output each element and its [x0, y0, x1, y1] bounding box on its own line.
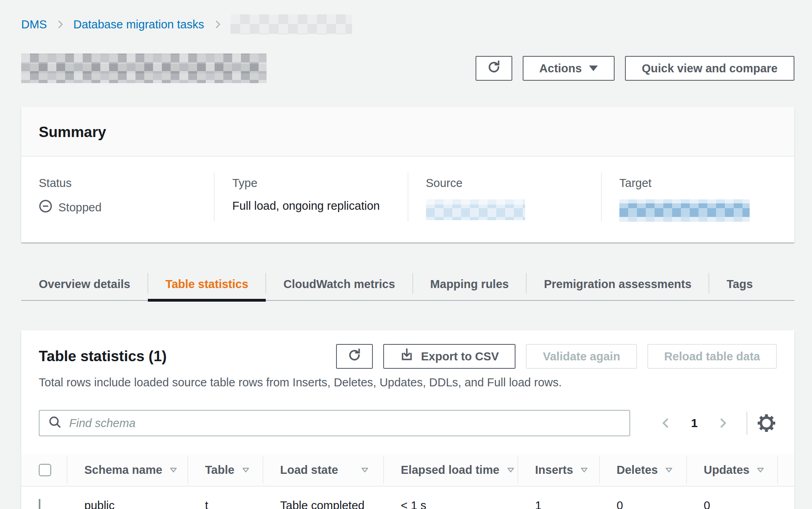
pagination-divider [746, 412, 747, 435]
cell-elapsed-load-time: < 1 s [383, 499, 517, 509]
column-label: Updates [704, 463, 749, 477]
next-page-button[interactable] [711, 417, 734, 429]
table-statistics-grid: Schema name Table Load state [21, 454, 794, 509]
target-value-redacted[interactable] [619, 199, 750, 222]
reload-table-data-button[interactable]: Reload table data [647, 344, 777, 369]
tab-premigration-assessments[interactable]: Premigration assessments [526, 268, 709, 300]
source-value-redacted[interactable] [426, 199, 525, 220]
summary-title: Summary [39, 124, 777, 141]
tab-cloudwatch-metrics[interactable]: CloudWatch metrics [266, 268, 412, 300]
column-label: Load state [280, 463, 338, 477]
sort-icon[interactable] [506, 465, 515, 475]
sort-icon[interactable] [241, 465, 251, 475]
dms-task-page: DMS Database migration tasks [0, 0, 812, 509]
column-header-table[interactable]: Table [187, 454, 263, 486]
tab-tags[interactable]: Tags [709, 268, 770, 300]
table-statistics-title: Table statistics (1) [39, 348, 167, 365]
download-icon [400, 348, 414, 365]
schema-search-box [39, 410, 630, 436]
cell-ddls-clipped: 0 [777, 499, 794, 509]
refresh-icon [487, 60, 501, 77]
column-header-ddls-clipped[interactable]: D [777, 454, 794, 486]
tab-bar: Overview details Table statistics CloudW… [21, 268, 794, 301]
tab-mapping-rules[interactable]: Mapping rules [413, 268, 527, 300]
type-value: Full load, ongoing replication [232, 199, 390, 213]
breadcrumb-redacted-task-name [231, 14, 352, 34]
validate-again-button[interactable]: Validate again [526, 344, 637, 369]
table-row[interactable]: public t Table completed < 1 s 1 0 0 0 [21, 487, 794, 509]
column-header-inserts[interactable]: Inserts [517, 454, 599, 486]
column-header-load-state[interactable]: Load state [263, 454, 383, 486]
table-refresh-button[interactable] [336, 344, 373, 369]
column-label: Deletes [617, 463, 658, 477]
sort-icon[interactable] [664, 465, 674, 475]
summary-target-column: Target [601, 173, 794, 222]
cell-load-state: Table completed [263, 499, 383, 509]
settings-gear-icon[interactable] [758, 414, 777, 432]
column-label: Inserts [535, 463, 573, 477]
breadcrumb: DMS Database migration tasks [21, 14, 794, 34]
summary-card-header: Summary [21, 107, 794, 157]
table-statistics-description: Total rows include loaded source table r… [21, 376, 794, 389]
column-header-deletes[interactable]: Deletes [599, 454, 686, 486]
sort-icon[interactable] [360, 465, 370, 475]
cell-inserts: 1 [517, 499, 599, 509]
grid-header-row: Schema name Table Load state [21, 454, 794, 487]
column-header-schema-name[interactable]: Schema name [67, 454, 187, 486]
previous-page-button[interactable] [655, 417, 677, 429]
caret-down-icon [589, 66, 598, 71]
page-title-redacted [21, 54, 267, 83]
export-to-csv-label: Export to CSV [421, 350, 499, 363]
source-label: Source [426, 177, 583, 190]
sort-icon[interactable] [756, 465, 765, 475]
target-label: Target [619, 177, 777, 190]
column-header-elapsed-load-time[interactable]: Elapsed load time [383, 454, 517, 486]
chevron-right-icon [55, 19, 65, 30]
sort-icon[interactable] [169, 465, 178, 475]
column-label: Elapsed load time [401, 463, 500, 477]
breadcrumb-link-dms[interactable]: DMS [21, 18, 47, 31]
pagination: 1 [655, 412, 777, 435]
column-header-updates[interactable]: Updates [686, 454, 777, 486]
chevron-right-icon [212, 19, 223, 30]
sort-icon[interactable] [579, 465, 589, 475]
select-all-checkbox[interactable] [39, 464, 51, 476]
tab-table-statistics[interactable]: Table statistics [148, 268, 266, 300]
cell-table: t [187, 499, 263, 509]
cell-updates: 0 [686, 499, 777, 509]
quick-view-compare-button[interactable]: Quick view and compare [625, 56, 794, 81]
refresh-icon [347, 348, 362, 365]
current-page-number[interactable]: 1 [677, 416, 711, 430]
summary-type-column: Type Full load, ongoing replication [214, 173, 407, 222]
export-to-csv-button[interactable]: Export to CSV [383, 344, 515, 369]
column-label: Table [205, 463, 235, 477]
refresh-button[interactable] [476, 56, 512, 81]
type-label: Type [232, 177, 390, 190]
actions-button[interactable]: Actions [523, 56, 615, 81]
search-icon [48, 416, 62, 431]
column-label: Schema name [84, 463, 162, 477]
actions-button-label: Actions [539, 62, 582, 75]
summary-card: Summary Status Stopped Type [21, 107, 794, 243]
search-input[interactable] [69, 411, 621, 435]
tab-overview-details[interactable]: Overview details [21, 268, 148, 300]
minus-circle-icon [39, 199, 52, 216]
cell-deletes: 0 [599, 499, 686, 509]
status-value: Stopped [58, 201, 102, 214]
summary-source-column: Source [408, 173, 601, 222]
cell-schema-name: public [67, 499, 187, 509]
breadcrumb-link-tasks[interactable]: Database migration tasks [73, 18, 204, 31]
summary-status-column: Status Stopped [21, 173, 214, 222]
table-statistics-card: Table statistics (1) [21, 330, 794, 509]
quick-view-label: Quick view and compare [642, 62, 778, 75]
status-label: Status [39, 177, 196, 190]
row-checkbox[interactable] [39, 499, 40, 509]
